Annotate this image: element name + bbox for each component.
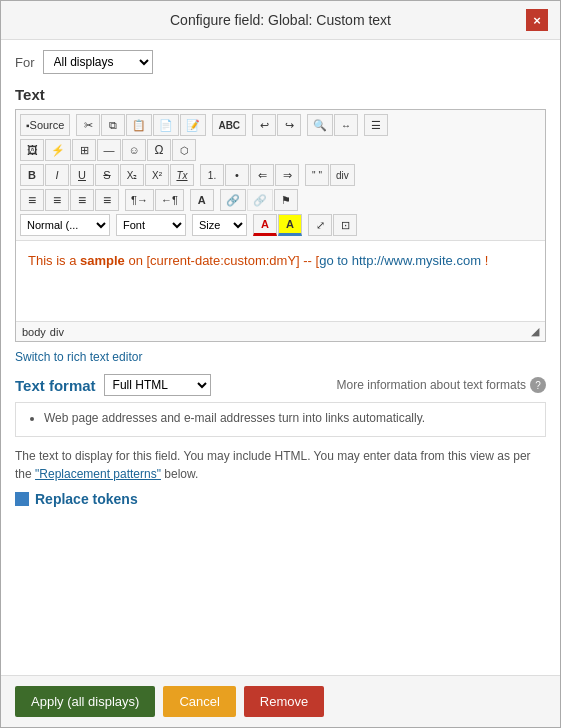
link-button[interactable]: 🔗 (220, 189, 246, 211)
font-color-button[interactable]: A (253, 214, 277, 236)
div-button[interactable]: div (330, 164, 355, 186)
bg-color-button[interactable]: A (278, 214, 302, 236)
font-select[interactable]: Font (116, 214, 186, 236)
separator-3 (247, 114, 251, 136)
close-button[interactable]: × (526, 9, 548, 31)
for-row: For All displays Default Teaser (15, 50, 546, 74)
for-select[interactable]: All displays Default Teaser (43, 50, 153, 74)
toolbar-row-4: ≡ ≡ ≡ ≡ ¶→ ←¶ A 🔗 🔗 ⚑ (20, 188, 541, 212)
dialog-body: For All displays Default Teaser Text ▪ S… (1, 40, 560, 675)
copy-button[interactable]: ⧉ (101, 114, 125, 136)
redo-button[interactable]: ↪ (277, 114, 301, 136)
replace-tokens-label: Replace tokens (35, 491, 138, 507)
format-info-item: Web page addresses and e-mail addresses … (44, 411, 533, 425)
footer-tag-div: div (50, 326, 64, 338)
toolbar-row-2: 🖼 ⚡ ⊞ — ☺ Ω ⬡ (20, 138, 541, 162)
replace-tokens-checkbox[interactable] (15, 492, 29, 506)
description-part2: below. (164, 467, 198, 481)
format-select-dropdown[interactable]: Full HTML Filtered HTML Plain text (104, 374, 211, 396)
maximize-button[interactable]: ⤢ (308, 214, 332, 236)
switch-editor-link[interactable]: Switch to rich text editor (15, 350, 546, 364)
separator-7 (300, 164, 304, 186)
separator-10 (215, 189, 219, 211)
unordered-list-button[interactable]: • (225, 164, 249, 186)
iframe-button[interactable]: ⬡ (172, 139, 196, 161)
apply-button[interactable]: Apply (all displays) (15, 686, 155, 717)
paste-word-button[interactable]: 📝 (180, 114, 206, 136)
flash-button[interactable]: ⚡ (45, 139, 71, 161)
resize-handle[interactable]: ◢ (531, 325, 539, 338)
text-section-title: Text (15, 86, 546, 103)
hrule-button[interactable]: — (97, 139, 121, 161)
table-button[interactable]: ⊞ (72, 139, 96, 161)
format-info-box: Web page addresses and e-mail addresses … (15, 402, 546, 437)
paste-button[interactable]: 📋 (126, 114, 152, 136)
anchor-button[interactable]: ⚑ (274, 189, 298, 211)
spellcheck-button[interactable]: ABC (212, 114, 246, 136)
description-text: The text to display for this field. You … (15, 447, 546, 483)
unlink-button[interactable]: 🔗 (247, 189, 273, 211)
smiley-button[interactable]: ☺ (122, 139, 146, 161)
separator-6 (195, 164, 199, 186)
format-select[interactable]: Normal (... (20, 214, 110, 236)
editor-container: ▪ Source ✂ ⧉ 📋 📄 📝 ABC ↩ ↪ (15, 109, 546, 342)
ltr-button[interactable]: ¶→ (125, 189, 154, 211)
align-justify-button[interactable]: ≡ (95, 189, 119, 211)
find-button[interactable]: 🔍 (307, 114, 333, 136)
blockquote-button[interactable]: " " (305, 164, 329, 186)
separator-5 (359, 114, 363, 136)
underline-button[interactable]: U (70, 164, 94, 186)
separator-9 (185, 189, 189, 211)
rtl-button[interactable]: ←¶ (155, 189, 184, 211)
size-select[interactable]: Size (192, 214, 247, 236)
for-label: For (15, 55, 35, 70)
text-section: Text ▪ Source ✂ ⧉ 📋 📄 📝 (15, 86, 546, 437)
replace-button[interactable]: ↔ (334, 114, 358, 136)
remove-button[interactable]: Remove (244, 686, 324, 717)
superscript-button[interactable]: X² (145, 164, 169, 186)
editor-area[interactable]: This is a sample on [current-date:custom… (16, 241, 545, 321)
format-info-list: Web page addresses and e-mail addresses … (28, 411, 533, 425)
ordered-list-button[interactable]: 1. (200, 164, 224, 186)
toolbar-row-5: Normal (... Font Size A A (20, 213, 541, 237)
separator-11 (111, 214, 115, 236)
footer-tag-body: body (22, 326, 46, 338)
source-button[interactable]: ▪ Source (20, 114, 70, 136)
toolbar-row-1: ▪ Source ✂ ⧉ 📋 📄 📝 ABC ↩ ↪ (20, 113, 541, 137)
undo-button[interactable]: ↩ (252, 114, 276, 136)
help-icon[interactable]: ? (530, 377, 546, 393)
strike-button[interactable]: S (95, 164, 119, 186)
text-format-label: Text format (15, 377, 96, 394)
separator-2 (207, 114, 211, 136)
dialog-title: Configure field: Global: Custom text (35, 12, 526, 28)
italic-button[interactable]: I (45, 164, 69, 186)
title-bar: Configure field: Global: Custom text × (1, 1, 560, 40)
cancel-button[interactable]: Cancel (163, 686, 235, 717)
language-button[interactable]: A (190, 189, 214, 211)
subscript-button[interactable]: X₂ (120, 164, 144, 186)
align-left-button[interactable]: ≡ (20, 189, 44, 211)
outdent-button[interactable]: ⇐ (250, 164, 274, 186)
separator-14 (303, 214, 307, 236)
more-info-text: More information about text formats (337, 378, 526, 392)
showblocks-button[interactable]: ⊡ (333, 214, 357, 236)
removeformat-button[interactable]: Tx (170, 164, 194, 186)
separator-12 (187, 214, 191, 236)
align-right-button[interactable]: ≡ (70, 189, 94, 211)
more-info-link[interactable]: More information about text formats ? (337, 377, 546, 393)
text-format-row: Text format Full HTML Filtered HTML Plai… (15, 374, 546, 396)
replacement-patterns-link[interactable]: "Replacement patterns" (35, 467, 161, 481)
image-button[interactable]: 🖼 (20, 139, 44, 161)
selectall-button[interactable]: ☰ (364, 114, 388, 136)
editor-text: This is a sample on [current-date:custom… (28, 253, 488, 268)
cut-button[interactable]: ✂ (76, 114, 100, 136)
bold-button[interactable]: B (20, 164, 44, 186)
align-center-button[interactable]: ≡ (45, 189, 69, 211)
configure-field-dialog: Configure field: Global: Custom text × F… (0, 0, 561, 728)
separator-13 (248, 214, 252, 236)
separator-1 (71, 114, 75, 136)
paste-text-button[interactable]: 📄 (153, 114, 179, 136)
editor-content: This is a sample on [current-date:custom… (28, 251, 533, 271)
special-button[interactable]: Ω (147, 139, 171, 161)
indent-button[interactable]: ⇒ (275, 164, 299, 186)
